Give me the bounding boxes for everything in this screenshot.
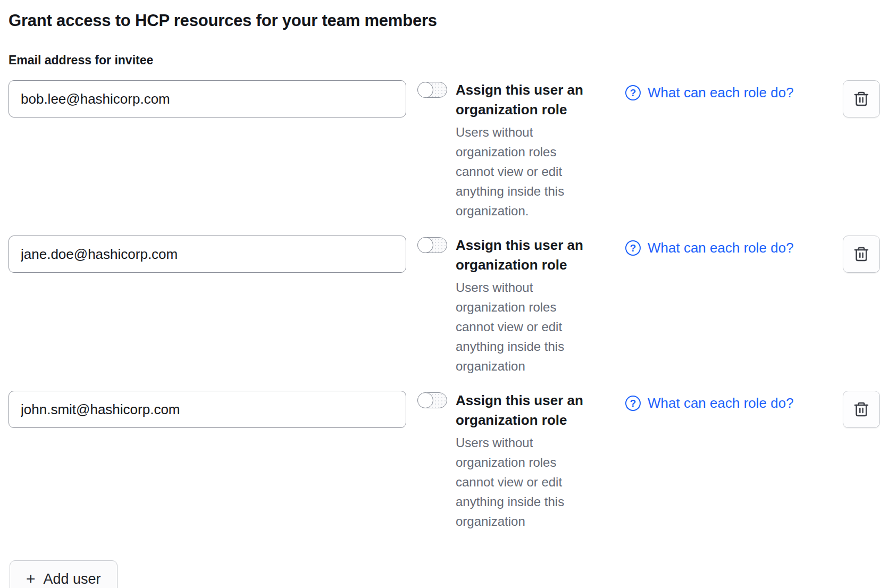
add-user-label: Add user	[44, 571, 101, 587]
toggle-knob-icon	[417, 392, 433, 408]
role-info-link[interactable]: ? What can each role do?	[625, 85, 794, 101]
delete-invitee-button[interactable]	[843, 80, 880, 117]
role-help-text: Users without organization roles cannot …	[456, 122, 582, 221]
toggle-knob-icon	[417, 237, 433, 253]
role-description: Assign this user an organization role Us…	[456, 80, 607, 221]
role-info-link[interactable]: ? What can each role do?	[625, 240, 794, 256]
email-input[interactable]	[9, 391, 406, 428]
help-circle-icon: ?	[625, 396, 641, 411]
role-description: Assign this user an organization role Us…	[456, 391, 607, 531]
email-field-label: Email address for invitee	[9, 53, 880, 68]
assign-role-label: Assign this user an organization role	[456, 391, 607, 430]
help-circle-icon: ?	[625, 240, 641, 256]
add-user-button[interactable]: + Add user	[10, 560, 118, 588]
email-input[interactable]	[9, 236, 406, 273]
trash-icon	[853, 246, 870, 263]
role-link-label: What can each role do?	[648, 85, 794, 101]
toggle-knob-icon	[417, 82, 433, 98]
page-title: Grant access to HCP resources for your t…	[9, 11, 880, 30]
role-link-label: What can each role do?	[648, 395, 794, 411]
invite-row: Assign this user an organization role Us…	[9, 236, 880, 376]
role-description: Assign this user an organization role Us…	[456, 236, 607, 376]
invite-users-page: Grant access to HCP resources for your t…	[0, 11, 889, 588]
invite-row: Assign this user an organization role Us…	[9, 391, 880, 531]
assign-role-label: Assign this user an organization role	[456, 236, 607, 275]
plus-icon: +	[26, 571, 36, 587]
assign-role-label: Assign this user an organization role	[456, 80, 607, 120]
role-help-text: Users without organization roles cannot …	[456, 278, 582, 376]
trash-icon	[853, 90, 870, 107]
email-input[interactable]	[9, 80, 406, 117]
org-role-toggle[interactable]	[417, 237, 447, 253]
invite-row: Assign this user an organization role Us…	[9, 80, 880, 221]
trash-icon	[853, 401, 870, 418]
invitee-rows: Assign this user an organization role Us…	[9, 80, 880, 531]
role-help-text: Users without organization roles cannot …	[456, 433, 582, 531]
org-role-toggle[interactable]	[417, 82, 447, 98]
role-link-label: What can each role do?	[648, 240, 794, 256]
help-circle-icon: ?	[625, 85, 641, 100]
role-info-link[interactable]: ? What can each role do?	[625, 395, 794, 411]
delete-invitee-button[interactable]	[843, 391, 880, 428]
org-role-toggle[interactable]	[417, 392, 447, 408]
delete-invitee-button[interactable]	[843, 236, 880, 273]
